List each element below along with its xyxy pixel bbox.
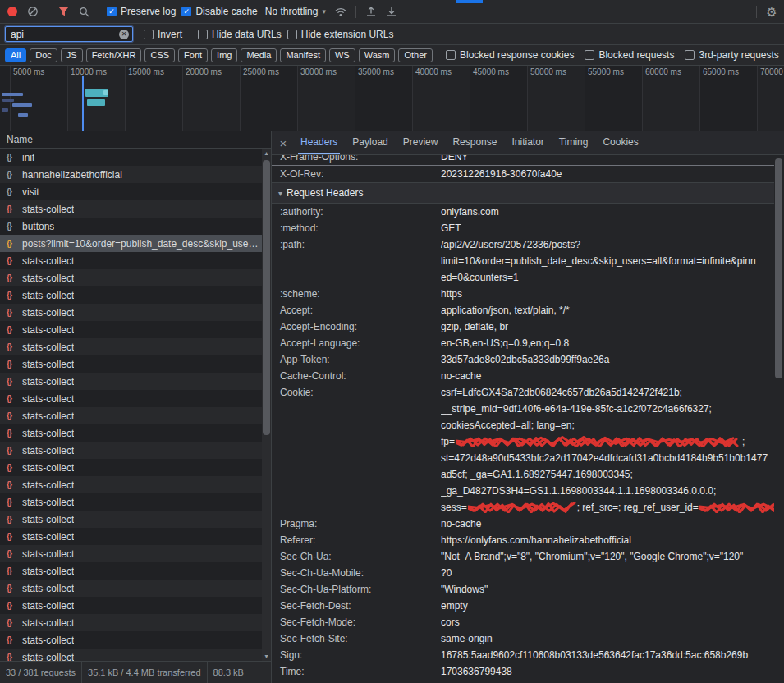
network-overview-timeline[interactable]: 5000 ms10000 ms15000 ms20000 ms25000 ms3… [0,66,784,131]
request-row[interactable]: {}stats-collect [0,476,271,493]
tab-response[interactable]: Response [445,131,504,154]
tab-preview[interactable]: Preview [396,131,446,154]
invert-checkbox[interactable]: Invert [144,29,182,40]
checkbox-box [685,50,695,60]
tab-timing[interactable]: Timing [552,131,596,154]
scrollbar-thumb[interactable] [263,160,270,435]
request-row[interactable]: {}buttons [0,218,271,235]
request-row[interactable]: {}stats-collect [0,286,271,304]
request-row[interactable]: {}stats-collect [0,321,271,338]
type-filter-fetch-xhr[interactable]: Fetch/XHR [86,48,142,62]
request-row[interactable]: {}visit [0,183,271,200]
tab-headers[interactable]: Headers [293,131,345,154]
request-row[interactable]: {}stats-collect [0,614,271,631]
type-filter-js[interactable]: JS [61,48,83,62]
request-row[interactable]: {}hannahelizabethofficial [0,166,271,183]
scrollbar-thumb[interactable] [775,158,782,378]
request-row[interactable]: {}stats-collect [0,373,271,390]
search-icon[interactable] [76,4,91,19]
request-headers-section[interactable]: ▾Request Headers [272,182,774,204]
preserve-log-checkbox[interactable]: ✓ Preserve log [107,6,176,17]
hide-extension-urls-checkbox[interactable]: Hide extension URLs [287,29,394,40]
type-filter-doc[interactable]: Doc [30,48,57,62]
filter-input[interactable] [5,26,133,42]
checkbox-blocked-response-cookies[interactable]: Blocked response cookies [446,49,574,61]
headers-content: X-Frame-Options:DENYX-Of-Rev:20231226191… [272,155,784,683]
settings-gear-icon[interactable]: ⚙ [764,4,779,19]
request-row[interactable]: {}stats-collect [0,580,271,597]
status-bar: 33 / 381 requests35.1 kB / 4.4 MB transf… [0,661,271,683]
clear-network-log-icon[interactable] [25,4,40,19]
throttling-dropdown[interactable]: No throttling ▾ [264,6,328,17]
preserve-log-label: Preserve log [121,6,176,17]
request-row[interactable]: {}stats-collect [0,269,271,286]
header-name: :authority: [272,204,441,220]
details-scrollbar[interactable] [774,157,783,683]
request-row[interactable]: {}stats-collect [0,528,271,545]
request-row[interactable]: {}stats-collect [0,459,271,476]
clear-filter-icon[interactable]: ✕ [119,30,129,39]
type-filter-media[interactable]: Media [241,48,277,62]
network-conditions-icon[interactable] [333,4,348,19]
header-value: 1703636799438 [441,663,774,680]
type-filter-manifest[interactable]: Manifest [280,48,326,62]
header-value-line: ad5cf; _ga=GA1.1.689275447.1698003345; [441,466,774,483]
header-name: :scheme: [272,286,441,302]
request-row[interactable]: {}stats-collect [0,631,271,649]
json-file-icon: {} [7,549,17,558]
tab-cookies[interactable]: Cookies [595,131,645,154]
type-filter-css[interactable]: CSS [144,48,175,62]
header-row: Sec-Fetch-Site:same-origin [272,630,774,647]
export-har-icon[interactable] [384,4,399,19]
json-file-icon: {} [7,463,17,472]
request-row[interactable]: {}stats-collect [0,562,271,580]
request-row[interactable]: {}stats-collect [0,649,271,661]
header-value-line: limit=10&order=publish_date_desc&skip_us… [441,253,774,269]
request-row[interactable]: {}stats-collect [0,390,271,407]
type-filter-ws[interactable]: WS [329,48,355,62]
request-row[interactable]: {}stats-collect [0,355,271,373]
json-file-icon: {} [7,325,17,334]
json-file-icon: {} [7,635,17,644]
request-row[interactable]: {}stats-collect [0,545,271,562]
disable-cache-checkbox[interactable]: ✓ Disable cache [181,6,257,17]
request-row[interactable]: {}init [0,149,271,166]
type-filter-font[interactable]: Font [178,48,208,62]
request-row[interactable]: {}stats-collect [0,200,271,218]
request-name: stats-collect [22,635,74,646]
type-filter-other[interactable]: Other [398,48,433,62]
checkbox-3rd-party-requests[interactable]: 3rd-party requests [685,49,778,61]
header-value-line: no-cache [441,368,774,384]
tab-payload[interactable]: Payload [345,131,395,154]
request-row[interactable]: {}stats-collect [0,493,271,511]
checkbox-blocked-requests[interactable]: Blocked requests [585,49,674,61]
request-row[interactable]: {}stats-collect [0,338,271,355]
type-filter-wasm[interactable]: Wasm [359,48,396,62]
scroll-down-arrow-icon[interactable]: ▾ [262,653,271,660]
request-row[interactable]: {}stats-collect [0,424,271,442]
request-row[interactable]: {}stats-collect [0,442,271,459]
request-row[interactable]: {}stats-collect [0,597,271,614]
close-details-icon[interactable]: × [273,136,293,150]
request-row[interactable]: {}stats-collect [0,511,271,528]
request-row[interactable]: {}stats-collect [0,252,271,269]
name-column-header[interactable]: Name [0,131,271,149]
request-row[interactable]: {}posts?limit=10&order=publish_date_desc… [0,235,271,252]
type-filter-all[interactable]: All [5,48,26,62]
record-button[interactable] [5,4,20,19]
import-har-icon[interactable] [364,4,378,19]
json-file-icon: {} [7,601,17,610]
type-filter-img[interactable]: Img [211,48,237,62]
header-name: Referer: [272,532,441,548]
request-row[interactable]: {}stats-collect [0,407,271,424]
filter-icon[interactable] [56,4,71,19]
header-row: Sec-Fetch-Dest:empty [272,598,774,614]
hide-data-urls-checkbox[interactable]: Hide data URLs [198,29,282,40]
request-list-scrollbar[interactable]: ▴ ▾ [262,149,271,661]
header-name: :path: [272,236,441,286]
scroll-up-arrow-icon[interactable]: ▴ [262,149,271,157]
request-row[interactable]: {}stats-collect [0,304,271,321]
tab-initiator[interactable]: Initiator [504,131,551,154]
hide-extension-urls-label: Hide extension URLs [301,29,394,40]
request-name: stats-collect [22,652,74,662]
